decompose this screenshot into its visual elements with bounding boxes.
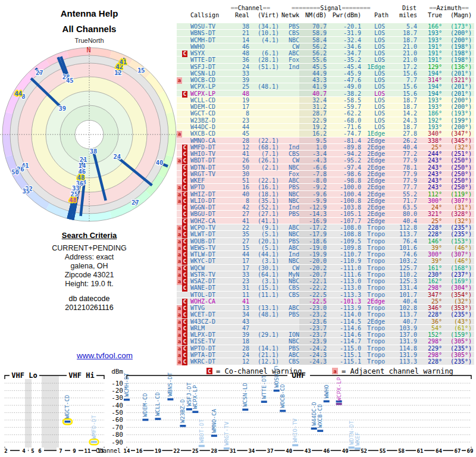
cell-real-channel: 13 <box>234 305 249 311</box>
table-row: aCWLWT-DT35(5.1)NBC-17.9-108.8Tropo 113.… <box>177 231 474 237</box>
cell-real-channel: 48 <box>234 90 249 96</box>
cell-azimuth-magnetic: (321°) <box>442 77 472 83</box>
cell-nm-db: 31.2 <box>299 104 327 109</box>
station-signal-dash <box>124 399 130 401</box>
cell-real-channel: 41 <box>234 218 249 224</box>
cell-virtual-channel: (20.1) <box>249 238 279 244</box>
cell-distance-miles: 80.0 <box>389 211 417 217</box>
table-row: aCWOUB-DT27(20.1)PBS-18.6-109.5Tropo 76.… <box>177 238 474 245</box>
cell-network: Ind <box>279 204 299 210</box>
dbm-tick-label: -80 <box>111 431 123 439</box>
cell-callsign: WRGT-TV <box>189 171 234 177</box>
co-channel-marker-slot <box>182 130 189 136</box>
cell-network: PBS <box>279 23 299 29</box>
cell-path: Tropo <box>361 331 389 337</box>
cell-real-channel: 24 <box>234 352 249 358</box>
cell-callsign: WHIO-TV <box>189 151 234 156</box>
cell-distance-miles: 40.7 <box>389 318 417 324</box>
cell-distance-miles: 18.7 <box>389 104 417 109</box>
table-row: W23BZ-D2322.9-68.0LOS 24.3192°(199°) <box>177 117 474 124</box>
co-channel-marker-slot <box>182 83 189 89</box>
cell-network: CW <box>279 157 299 163</box>
cell-callsign: WSTR-TV <box>189 271 234 277</box>
cell-callsign: WPTO-DT <box>189 345 234 351</box>
cell-network <box>279 104 299 109</box>
cell-azimuth-true: 321° <box>417 211 442 217</box>
channel-tick-label: 67 <box>455 448 461 454</box>
cell-azimuth-true: 228° <box>417 358 442 364</box>
co-channel-marker-slot: C <box>182 284 189 290</box>
table-row: CWRGT-TV30Fox-7.8-98.62Edge 77.9243°(250… <box>177 171 474 177</box>
cell-virtual-channel <box>249 171 279 177</box>
station-signal-dash <box>317 430 323 432</box>
cell-nm-db: -9.2 <box>299 184 327 190</box>
cell-azimuth-magnetic: (305°) <box>442 338 472 344</box>
adjacent-marker-slot <box>177 298 182 304</box>
cell-path: LOS <box>361 37 389 43</box>
co-channel-marker-slot: C <box>182 191 189 197</box>
cell-callsign: WXCB-CD <box>189 130 234 136</box>
co-channel-marker-slot <box>182 77 189 83</box>
cell-path: Tropo <box>361 245 389 251</box>
cell-nm-db: 45.5 <box>299 64 327 70</box>
cell-nm-db: 9.5 <box>299 137 327 143</box>
station-callsign-label: W23BZ-D <box>179 399 186 422</box>
cell-power-dbm: -98.6 <box>327 171 361 177</box>
radar-channel-label: 35 <box>22 187 30 195</box>
table-row: CWBGU-DT27(27.1)PBS-14.3-105.12Edge 80.0… <box>177 211 474 217</box>
adjacent-marker-slot: a <box>177 238 182 244</box>
cell-azimuth-magnetic: (200°) <box>442 37 472 43</box>
cell-path: Tropo <box>361 224 389 230</box>
cell-azimuth-magnetic: (198°) <box>442 57 472 62</box>
table-row: aCWBDT-DT26(26.1)CW-4.3-95.22Edge 77.924… <box>177 157 474 164</box>
adjacent-marker-slot <box>177 218 182 224</box>
tvfool-link[interactable]: www.tvfool.com <box>36 351 174 360</box>
co-channel-marker-slot: C <box>182 278 189 284</box>
cell-real-channel: 16 <box>234 184 249 190</box>
cell-azimuth-true: 192° <box>417 117 442 123</box>
cell-path: Tropo <box>361 251 389 257</box>
cell-virtual-channel <box>249 104 279 109</box>
cell-azimuth-true: 194° <box>417 70 442 76</box>
azimuth-radar-plot: N124241154024273882114464836332548223541… <box>0 35 178 225</box>
co-channel-marker-slot: C <box>182 271 189 277</box>
cell-callsign: W43CZ-D <box>189 318 234 324</box>
col-path: Path <box>361 12 389 19</box>
station-callsign-label: WCPX-LP <box>192 385 198 409</box>
table-row: WCLL-CD1932.4-58.5LOS 18.7193°(200°) <box>177 97 474 104</box>
cell-path: LOS <box>361 110 389 116</box>
cell-distance-miles: 24.3 <box>389 117 417 123</box>
cell-path: LOS <box>361 77 389 83</box>
adjacent-marker-slot: a <box>177 157 182 163</box>
cell-nm-db: -19.0 <box>299 245 327 251</box>
search-criteria-line: CURRENT+PENDING <box>0 244 178 253</box>
cell-virtual-channel: (10.1) <box>249 30 279 36</box>
cell-path: 2Edge <box>361 318 389 324</box>
cell-path: Tropo <box>361 338 389 344</box>
cell-nm-db: -19.9 <box>299 251 327 257</box>
station-signal-dash <box>355 447 361 450</box>
cell-nm-db: -17.9 <box>299 231 327 237</box>
dbm-tick-label: -60 <box>111 416 123 424</box>
cell-power-dbm: -111.6 <box>327 271 361 277</box>
cell-callsign: WMFD-DT <box>189 144 234 150</box>
table-row: WBNS-DT21(10.1)CBS58.9-31.9LOS 18.7193°(… <box>177 30 474 36</box>
cell-virtual-channel: (48.1) <box>249 83 279 89</box>
cell-path: LOS <box>361 50 389 56</box>
cell-path: Tropo <box>361 325 389 331</box>
cell-azimuth-true: 298° <box>417 338 442 344</box>
cell-real-channel: 17 <box>234 258 249 264</box>
cell-real-channel: 28 <box>234 345 249 351</box>
cell-azimuth-true: 243° <box>417 164 442 170</box>
cell-virtual-channel: (3.1) <box>249 278 279 284</box>
cell-distance-miles: 26.2 <box>389 137 417 143</box>
cell-real-channel: 11 <box>234 292 249 298</box>
co-channel-marker-slot: C <box>182 318 189 324</box>
cell-distance-miles: 14.2 <box>389 110 417 116</box>
cell-azimuth-true: 243° <box>417 171 442 177</box>
cell-azimuth-magnetic: (235°) <box>442 345 472 351</box>
cell-azimuth-true: 24° <box>417 204 442 210</box>
cell-azimuth-magnetic: (250°) <box>442 184 472 190</box>
cell-virtual-channel: (21.1) <box>249 352 279 358</box>
cell-power-dbm: -115.0 <box>327 345 361 351</box>
